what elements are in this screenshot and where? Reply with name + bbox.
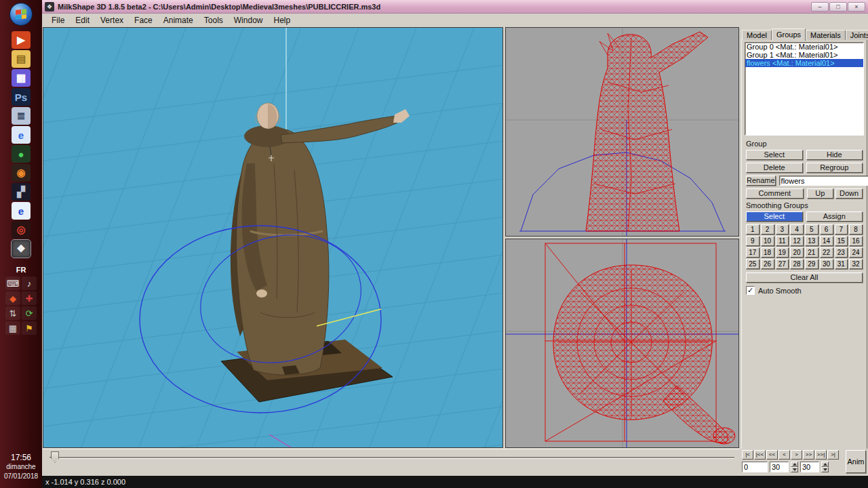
top-viewport[interactable] [505, 239, 739, 448]
volume-icon[interactable]: ♪ [22, 277, 37, 290]
smoothing-group-button[interactable]: 30 [820, 259, 833, 269]
step-back-button[interactable]: < [778, 450, 790, 460]
group-list-item[interactable]: Group 0 <Mat.: Material01> [745, 43, 863, 51]
green-app-icon[interactable]: ● [12, 145, 31, 163]
spin-down-button[interactable] [791, 467, 798, 472]
calendar-icon[interactable]: ▦ [5, 321, 20, 335]
smoothing-group-button[interactable]: 11 [776, 236, 789, 246]
antivirus-icon[interactable]: ◆ [5, 291, 20, 305]
smoothing-group-button[interactable]: 4 [790, 224, 804, 235]
loop-end-input[interactable] [800, 462, 819, 472]
regroup-button[interactable]: Regroup [806, 163, 863, 173]
smoothing-group-button[interactable]: 1 [746, 224, 760, 235]
smoothing-group-button[interactable]: 19 [776, 247, 789, 258]
rename-button[interactable]: Rename [746, 176, 776, 186]
opera-icon[interactable]: ◎ [12, 221, 31, 239]
menu-vertex[interactable]: Vertex [95, 14, 129, 27]
blue-e-icon[interactable]: e [12, 202, 31, 220]
prev-keyframe-button[interactable]: |<< [754, 450, 766, 460]
smoothing-group-button[interactable]: 15 [835, 236, 848, 246]
spin-up-button[interactable] [821, 462, 829, 467]
go-last-button[interactable]: >| [827, 450, 839, 460]
group-list-item[interactable]: Group 1 <Mat.: Material01> [745, 51, 863, 59]
clear-all-button[interactable]: Clear All [746, 272, 863, 283]
tab-model[interactable]: Model [742, 30, 772, 40]
down-button[interactable]: Down [835, 188, 863, 199]
comment-button[interactable]: Comment [746, 188, 804, 199]
smoothing-group-button[interactable]: 18 [761, 247, 774, 258]
smoothing-group-button[interactable]: 3 [776, 224, 789, 235]
milkshape-icon[interactable]: ❖ [12, 240, 31, 258]
close-button[interactable]: × [848, 2, 865, 12]
smoothing-group-button[interactable]: 28 [790, 259, 804, 269]
smoothing-group-button[interactable]: 31 [835, 259, 848, 269]
next-keyframe-button[interactable]: >>| [815, 450, 827, 460]
folder-icon[interactable]: ▤ [12, 50, 31, 68]
step-forward-button[interactable]: > [791, 450, 802, 460]
smoothing-group-button[interactable]: 22 [820, 247, 833, 258]
spin-down-button[interactable] [821, 467, 829, 472]
menu-animate[interactable]: Animate [158, 14, 199, 27]
smoothing-group-button[interactable]: 25 [746, 259, 760, 269]
smoothing-group-button[interactable]: 12 [790, 236, 804, 246]
anim-toggle-button[interactable]: Anim [846, 450, 866, 473]
smoothing-group-button[interactable]: 32 [849, 259, 863, 269]
loop-start-input[interactable] [770, 462, 789, 472]
smoothing-group-button[interactable]: 14 [820, 236, 833, 246]
smoothing-group-button[interactable]: 29 [805, 259, 818, 269]
rename-input[interactable] [779, 176, 868, 186]
smoothing-group-button[interactable]: 13 [805, 236, 818, 246]
gallery-icon[interactable]: ▦ [12, 69, 31, 87]
animation-timeline[interactable] [43, 449, 740, 476]
smoothing-group-button[interactable]: 10 [761, 236, 774, 246]
delete-button[interactable]: Delete [746, 163, 803, 173]
menu-help[interactable]: Help [268, 14, 296, 27]
go-first-button[interactable]: |< [742, 450, 753, 460]
menu-window[interactable]: Window [229, 14, 269, 27]
timeline-thumb[interactable] [51, 451, 59, 463]
minimize-button[interactable]: – [811, 2, 829, 12]
hide-button[interactable]: Hide [806, 150, 863, 160]
network-icon[interactable]: ⇅ [5, 306, 20, 320]
smoothing-group-button[interactable]: 9 [746, 236, 760, 246]
smoothing-group-button[interactable]: 20 [790, 247, 804, 258]
media-classic-icon[interactable]: ▞ [12, 183, 31, 201]
smoothing-group-button[interactable]: 8 [849, 224, 863, 235]
timeline-track[interactable] [50, 457, 734, 459]
smoothing-group-button[interactable]: 5 [805, 224, 818, 235]
taskbar-clock[interactable]: 17:56 dimanche 07/01/2018 [4, 453, 38, 481]
smoothing-group-button[interactable]: 2 [761, 224, 774, 235]
internet-explorer-icon[interactable]: e [12, 126, 31, 144]
smoothing-group-button[interactable]: 23 [835, 247, 848, 258]
media-player-icon[interactable]: ▶ [12, 31, 31, 49]
spin-up-button[interactable] [791, 462, 798, 467]
current-frame-input[interactable] [742, 462, 768, 472]
smoothing-assign-button[interactable]: Assign [806, 211, 863, 222]
smoothing-group-button[interactable]: 24 [849, 247, 863, 258]
smoothing-group-button[interactable]: 21 [805, 247, 818, 258]
fast-forward-button[interactable]: >> [803, 450, 814, 460]
menu-tools[interactable]: Tools [199, 14, 229, 27]
windows-start-orb[interactable] [9, 3, 33, 26]
smoothing-group-button[interactable]: 16 [849, 236, 863, 246]
printer-icon[interactable]: ≣ [12, 107, 31, 125]
smoothing-group-button[interactable]: 7 [835, 224, 848, 235]
tab-materials[interactable]: Materials [806, 30, 846, 40]
menu-edit[interactable]: Edit [70, 14, 95, 27]
smoothing-group-button[interactable]: 6 [820, 224, 833, 235]
group-list-item[interactable]: flowers <Mat.: Material01> [745, 59, 863, 67]
select-button[interactable]: Select [746, 150, 803, 160]
maximize-button[interactable]: □ [829, 2, 847, 12]
shield-icon[interactable]: ✚ [22, 291, 37, 305]
language-indicator[interactable]: FR [16, 266, 26, 274]
rewind-button[interactable]: << [766, 450, 778, 460]
smoothing-select-button[interactable]: Select [746, 211, 803, 222]
up-button[interactable]: Up [807, 188, 834, 199]
auto-smooth-checkbox[interactable]: ✓ [746, 286, 755, 295]
flag-icon[interactable]: ⚑ [22, 321, 37, 335]
update-icon[interactable]: ⟳ [22, 306, 37, 320]
firefox-icon[interactable]: ◉ [12, 164, 31, 182]
menu-face[interactable]: Face [129, 14, 158, 27]
smoothing-group-button[interactable]: 27 [776, 259, 789, 269]
keyboard-icon[interactable]: ⌨ [5, 277, 20, 290]
